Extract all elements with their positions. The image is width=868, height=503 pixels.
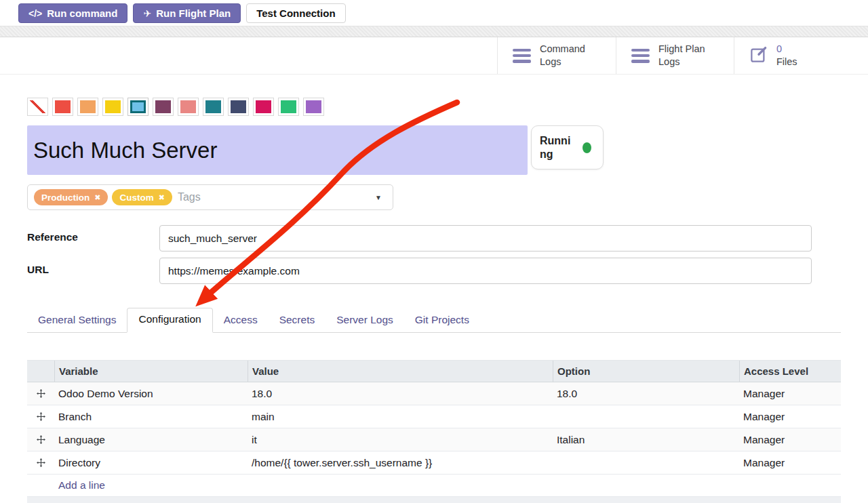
tab-server-logs[interactable]: Server Logs [326, 309, 404, 332]
cell-value[interactable]: /home/{{ tower.server.ssh_username }} [248, 457, 553, 469]
title-row: Such Much Server Running [27, 125, 841, 175]
color-swatch[interactable] [203, 98, 224, 116]
config-variables-table: Variable Value Option Access Level Odoo … [27, 360, 841, 503]
tags-field[interactable]: Production ✖ Custom ✖ Tags ▼ [27, 184, 393, 210]
reference-input[interactable] [159, 225, 812, 252]
table-row[interactable]: Language it Italian Manager [27, 428, 841, 451]
tab-secrets[interactable]: Secrets [269, 309, 326, 332]
url-label: URL [27, 258, 159, 284]
column-header-access-level: Access Level [739, 361, 841, 382]
list-icon [513, 49, 531, 63]
flight-plan-logs-label: Flight Plan Logs [658, 43, 705, 68]
divider-band [0, 26, 868, 37]
tags-placeholder: Tags [178, 191, 201, 203]
cell-access-level[interactable]: Manager [739, 388, 841, 400]
toolbar: </> Run command ✈ Run Flight Plan Test C… [0, 0, 868, 26]
cell-variable[interactable]: Language [54, 434, 248, 446]
cell-value[interactable]: 18.0 [248, 388, 553, 400]
chevron-down-icon[interactable]: ▼ [375, 194, 387, 201]
column-header-value: Value [248, 361, 553, 382]
form-content: Such Much Server Running Production ✖ Cu… [0, 98, 868, 503]
url-field-row: URL [27, 258, 841, 284]
files-button[interactable]: 0 Files [734, 37, 868, 74]
add-a-line-link[interactable]: Add a line [58, 479, 105, 491]
cell-variable[interactable]: Directory [54, 457, 248, 469]
run-flight-plan-label: Run Flight Plan [156, 7, 231, 19]
color-swatch-selected[interactable] [127, 98, 149, 116]
table-row[interactable]: Branch main Manager [27, 405, 841, 428]
tag-label: Production [41, 193, 90, 203]
tag-pill[interactable]: Production ✖ [34, 189, 108, 205]
column-header-variable: Variable [54, 361, 248, 382]
cell-access-level[interactable]: Manager [739, 411, 841, 423]
color-swatch[interactable] [153, 98, 174, 116]
drag-handle-icon[interactable] [27, 389, 54, 398]
plane-icon: ✈ [143, 8, 151, 19]
cell-access-level[interactable]: Manager [739, 434, 841, 446]
run-flight-plan-button[interactable]: ✈ Run Flight Plan [133, 3, 241, 23]
color-swatch[interactable] [77, 98, 98, 116]
color-swatch[interactable] [253, 98, 274, 116]
table-header: Variable Value Option Access Level [27, 360, 841, 382]
test-connection-label: Test Connection [256, 7, 335, 19]
list-icon [631, 49, 650, 63]
color-swatch[interactable] [102, 98, 123, 116]
tab-git-projects[interactable]: Git Projects [404, 309, 480, 332]
drag-handle-icon[interactable] [27, 435, 54, 444]
tab-general-settings[interactable]: General Settings [27, 309, 127, 332]
url-input[interactable] [159, 258, 812, 284]
cell-value[interactable]: it [248, 434, 553, 446]
record-title[interactable]: Such Much Server [27, 125, 528, 175]
code-icon: </> [28, 8, 42, 19]
color-swatch[interactable] [178, 98, 199, 116]
cell-access-level[interactable]: Manager [739, 457, 841, 469]
table-row[interactable]: Odoo Demo Version 18.0 18.0 Manager [27, 382, 841, 405]
files-label: 0 Files [776, 43, 797, 68]
field-group: Reference URL [27, 225, 841, 284]
status-indicator[interactable]: Running [531, 125, 604, 169]
cell-variable[interactable]: Branch [54, 411, 248, 423]
stat-button-bar: Command Logs Flight Plan Logs 0 Files [0, 37, 868, 75]
color-palette [27, 98, 841, 116]
column-header-option: Option [553, 361, 739, 382]
flight-plan-logs-button[interactable]: Flight Plan Logs [616, 37, 734, 74]
remove-tag-icon[interactable]: ✖ [159, 194, 165, 201]
run-command-label: Run command [47, 7, 117, 19]
drag-handle-icon[interactable] [27, 458, 54, 467]
cell-option[interactable]: 18.0 [553, 388, 739, 400]
color-swatch[interactable] [278, 98, 299, 116]
command-logs-label: Command Logs [540, 43, 585, 68]
table-row[interactable]: Directory /home/{{ tower.server.ssh_user… [27, 451, 841, 475]
color-swatch[interactable] [228, 98, 249, 116]
status-label: Running [540, 134, 576, 161]
tag-label: Custom [119, 193, 153, 203]
test-connection-button[interactable]: Test Connection [246, 3, 345, 23]
cell-variable[interactable]: Odoo Demo Version [54, 388, 248, 400]
reference-label: Reference [27, 225, 159, 252]
add-line-row: Add a line [27, 475, 841, 497]
cell-option[interactable]: Italian [553, 434, 739, 446]
handle-column-header [27, 361, 54, 382]
edit-icon [749, 45, 768, 66]
tab-configuration[interactable]: Configuration [127, 308, 212, 333]
color-swatch[interactable] [52, 98, 73, 116]
tab-access[interactable]: Access [213, 309, 269, 332]
cell-value[interactable]: main [248, 411, 553, 423]
reference-field-row: Reference [27, 225, 841, 252]
drag-handle-icon[interactable] [27, 412, 54, 421]
status-dot-icon [583, 142, 591, 153]
color-swatch-none[interactable] [27, 98, 48, 116]
color-swatch[interactable] [303, 98, 324, 116]
command-logs-button[interactable]: Command Logs [497, 37, 616, 74]
page: </> Run command ✈ Run Flight Plan Test C… [0, 0, 868, 503]
notebook-tabs: General Settings Configuration Access Se… [27, 308, 841, 333]
run-command-button[interactable]: </> Run command [18, 3, 127, 23]
table-footer [27, 497, 841, 503]
remove-tag-icon[interactable]: ✖ [94, 194, 100, 201]
tag-pill[interactable]: Custom ✖ [112, 189, 172, 205]
